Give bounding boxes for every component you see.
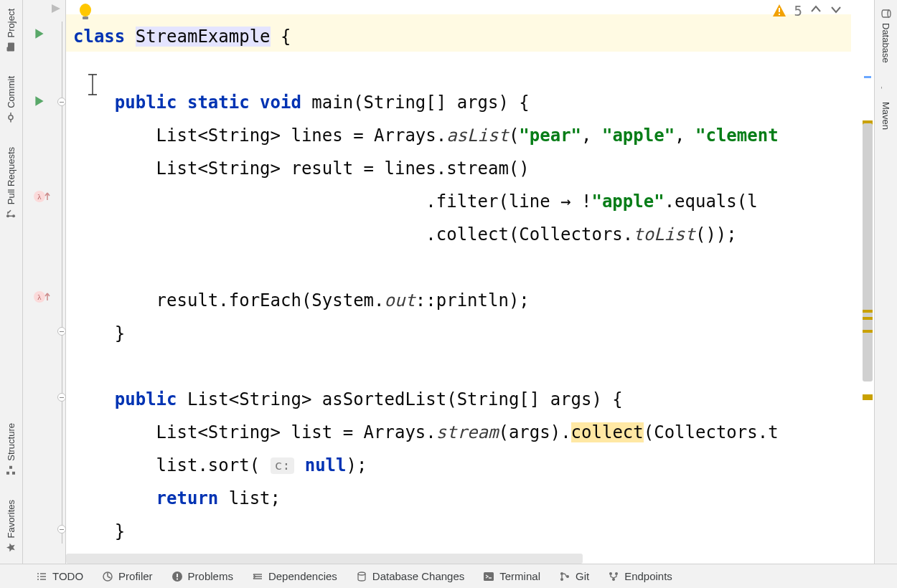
tool-tab-structure[interactable]: Structure — [4, 419, 18, 480]
svg-text:λ: λ — [37, 293, 42, 301]
svg-point-29 — [358, 572, 365, 575]
error-stripe[interactable] — [861, 0, 874, 564]
tool-tab-project[interactable]: Project — [4, 4, 18, 56]
fold-toggle-icon[interactable] — [57, 327, 66, 336]
tool-tab-favorites[interactable]: Favorites — [4, 495, 18, 556]
tool-tab-database-changes[interactable]: Database Changes — [356, 570, 464, 582]
left-tool-stripe: Project Commit Pull Requests Structure — [0, 0, 23, 564]
code-editor[interactable]: 5 class StreamExample { public static vo… — [66, 0, 874, 564]
lambda-gutter-icon[interactable]: λ — [33, 290, 52, 304]
svg-point-6 — [13, 214, 16, 217]
tool-tab-todo[interactable]: TODO — [36, 570, 83, 582]
svg-rect-8 — [13, 472, 16, 475]
method-separator-arrow-icon — [50, 3, 62, 17]
svg-point-32 — [560, 578, 563, 581]
svg-marker-13 — [35, 96, 43, 106]
stripe-warning-marker[interactable] — [863, 310, 873, 313]
stripe-caret-marker — [864, 76, 871, 78]
run-class-icon[interactable] — [33, 27, 46, 43]
svg-point-2 — [9, 115, 14, 120]
tool-tab-pull-requests[interactable]: Pull Requests — [4, 143, 18, 223]
tool-tab-git[interactable]: Git — [559, 570, 589, 582]
svg-point-35 — [615, 572, 618, 575]
lambda-gutter-icon[interactable]: λ — [33, 189, 52, 204]
svg-rect-0 — [9, 42, 15, 51]
parameter-hint: c: — [271, 457, 295, 474]
tool-tab-profiler[interactable]: Profiler — [102, 570, 153, 582]
svg-marker-12 — [52, 4, 60, 13]
tool-tab-maven[interactable]: m Maven — [879, 83, 893, 134]
svg-text:λ: λ — [37, 192, 42, 201]
stripe-warning-marker[interactable] — [863, 330, 873, 333]
fold-toggle-icon[interactable] — [57, 393, 66, 402]
bottom-tool-bar: TODO Profiler Problems Dependencies Data… — [0, 564, 897, 588]
stripe-warning-marker[interactable] — [863, 394, 873, 400]
svg-point-23 — [888, 10, 891, 17]
tool-tab-terminal[interactable]: Terminal — [483, 570, 540, 582]
svg-point-31 — [560, 572, 563, 575]
editor-gutter: λ λ — [23, 0, 66, 564]
svg-marker-10 — [7, 543, 16, 551]
tool-tab-dependencies[interactable]: Dependencies — [252, 570, 337, 582]
stripe-scrollbar-thumb[interactable] — [863, 123, 873, 381]
svg-marker-11 — [35, 29, 43, 39]
run-main-icon[interactable] — [33, 95, 46, 110]
svg-text:m: m — [881, 87, 883, 93]
tool-tab-endpoints[interactable]: Endpoints — [608, 570, 672, 582]
fold-toggle-icon[interactable] — [57, 525, 66, 534]
code-content[interactable]: class StreamExample { public static void… — [66, 0, 874, 548]
svg-rect-7 — [7, 472, 10, 475]
fold-toggle-icon[interactable] — [57, 98, 66, 106]
tool-tab-commit[interactable]: Commit — [4, 72, 18, 127]
svg-rect-28 — [177, 578, 178, 579]
tool-tab-problems[interactable]: Problems — [172, 570, 233, 582]
svg-point-34 — [609, 572, 612, 575]
svg-rect-9 — [10, 466, 13, 469]
stripe-warning-marker[interactable] — [863, 317, 873, 320]
tool-tab-database[interactable]: Database — [879, 4, 893, 67]
right-tool-stripe: Database m Maven — [874, 0, 897, 564]
svg-rect-27 — [177, 574, 178, 577]
horizontal-scrollbar[interactable] — [66, 554, 583, 564]
svg-point-5 — [7, 214, 10, 217]
